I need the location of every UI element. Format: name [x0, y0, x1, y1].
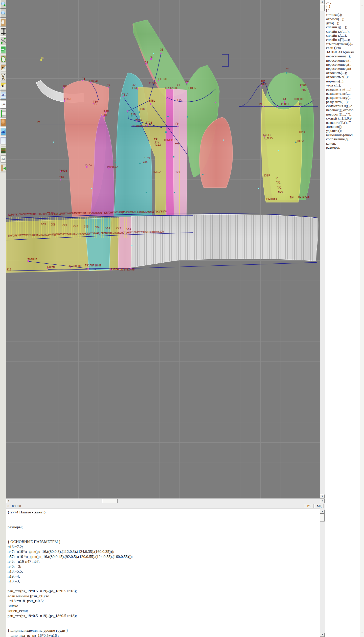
- point-marker: [108, 87, 109, 88]
- tool-books-button[interactable]: [0, 146, 6, 154]
- program-editor[interactable]: { 2774 Платье - жакет}размеры;{ ОСНОВНЫЕ…: [6, 509, 320, 637]
- scroll-left-button[interactable]: ◄: [6, 499, 10, 503]
- tool-table-chart-button[interactable]: [0, 109, 6, 118]
- command-item[interactable]: размеры;: [326, 146, 340, 149]
- command-item[interactable]: ломаная();: [326, 125, 342, 129]
- editor-line: иначе: [8, 604, 18, 608]
- command-item[interactable]: пересечение дн(: [326, 67, 351, 71]
- point-label: СК9: [41, 223, 46, 225]
- point-marker: [258, 188, 259, 189]
- scroll-right-button[interactable]: ►: [321, 499, 325, 503]
- status-coordinates: 0 Т0 т 0:0: [8, 504, 21, 508]
- editor-line: п45:= п16-п47-п57;: [8, 559, 40, 563]
- point-label: Т92ННП: [28, 258, 37, 261]
- command-item[interactable]: сплайн д(....);: [326, 25, 347, 29]
- command-item[interactable]: сплайн к(....);: [326, 34, 347, 37]
- command-item[interactable]: симметрия л((),с: [326, 104, 352, 108]
- command-item[interactable]: дуга(...);: [326, 21, 339, 25]
- command-item[interactable]: конец;: [326, 142, 336, 145]
- command-item[interactable]: угол к(..);: [326, 83, 341, 87]
- command-item[interactable]: разделить(....);: [326, 100, 349, 104]
- tool-text-list-button[interactable]: [0, 136, 6, 145]
- command-item[interactable]: развести((),(),,"": [326, 121, 351, 125]
- editor-scroll-down-button[interactable]: ▼: [320, 633, 325, 637]
- command-item[interactable]: поворот(()...,"");: [326, 112, 351, 116]
- tool-grid-button[interactable]: [0, 27, 6, 36]
- point-label: Т8ВН: [102, 110, 109, 112]
- command-item[interactable]: отрезок( . );: [326, 17, 344, 21]
- command-item[interactable]: сплайн кк(.....);: [326, 30, 350, 33]
- tool-measure-segment-button[interactable]: [0, 36, 6, 45]
- canvas-vertical-scrollbar[interactable]: ▲ ▼: [320, 0, 325, 498]
- command-item[interactable]: разделить кс(....: [326, 92, 351, 96]
- zoom-in-icon: [1, 1, 6, 8]
- command-item[interactable]: отложить в(..);: [326, 75, 349, 79]
- editor-line: рзн_т:=(рз_19*0.5+п19)-(рз_18*0.5+п18);: [8, 589, 77, 593]
- tool-alg-doc-button[interactable]: ALG: [0, 155, 6, 163]
- point-label: Т919Б92: [107, 166, 118, 168]
- command-item[interactable]: если () то: [326, 46, 341, 50]
- tool-pattern-outline-button[interactable]: [0, 55, 6, 63]
- command-item[interactable]: перенос((),отрезо: [326, 108, 353, 112]
- point-marker: [277, 106, 278, 107]
- tool-compass-tools-button[interactable]: [0, 73, 6, 81]
- command-item[interactable]: сплайн к∏(....);: [326, 38, 350, 42]
- point-marker: [173, 156, 174, 157]
- tool-exit-button[interactable]: [0, 164, 6, 172]
- command-item[interactable]: сопряжение д(...: [326, 137, 351, 141]
- point-label: Т11П: [122, 94, 128, 96]
- vertical-scroll-thumb[interactable]: [320, 4, 325, 11]
- editor-vertical-scrollbar[interactable]: ▲ ▼: [320, 509, 325, 637]
- canvas-horizontal-scrollbar[interactable]: ◄ ►: [6, 498, 325, 504]
- panel-scroll-up-icon[interactable]: ⌃: [361, 5, 363, 7]
- books-icon: [1, 147, 6, 153]
- command-item[interactable]: разделить ксу(...: [326, 96, 351, 100]
- command-item[interactable]: :=точка(.);: [326, 13, 342, 17]
- editor-scroll-thumb[interactable]: [320, 514, 325, 521]
- editor-line: п47:=п16*л_фнк(рз_16,((80,0.3),(112,0.3)…: [8, 550, 114, 554]
- tool-letter-m-button[interactable]: M: [0, 64, 6, 72]
- point-label: Т8: [104, 114, 107, 116]
- command-item[interactable]: сжать((),,,1.1,0.9,: [326, 117, 352, 120]
- command-item[interactable]: пересечение(..);: [326, 54, 351, 58]
- tool-drafting-sheet-button[interactable]: 8: [0, 91, 6, 100]
- command-item[interactable]: { }: [326, 5, 331, 8]
- command-item[interactable]: :=метка(точка(.)..: [326, 42, 353, 46]
- point-marker: [165, 131, 167, 133]
- pattern-canvas[interactable]: J0ТД1Т3Т30Б4ТТ7Т10БТТ50Т5Т8ВНТ8Г1З3З4З1Х…: [6, 0, 320, 498]
- command-item[interactable]: разделить н(.....): [326, 87, 351, 91]
- panel-scroll-down-icon[interactable]: ⌄: [361, 631, 363, 634]
- command-item[interactable]: := ;: [326, 1, 331, 4]
- command-item[interactable]: выполнить(dmod: [326, 133, 353, 137]
- tool-three-d-button[interactable]: 3D: [0, 127, 6, 136]
- tool-portrait-button[interactable]: [0, 118, 6, 127]
- tool-letter-g-button[interactable]: G: [0, 82, 6, 90]
- tool-zoom-in-button[interactable]: [0, 0, 6, 9]
- command-item[interactable]: удалить();: [326, 129, 342, 133]
- tool-i66-label-button[interactable]: i_66.: [0, 100, 6, 109]
- editor-line: рзн_т:=(рз_19*0.5+п19)-(рз_18*0.5+п18);: [8, 614, 77, 618]
- panel-scrollbar[interactable]: ⌃ ⌄: [360, 0, 364, 637]
- piece-palepink-strip[interactable]: [173, 89, 187, 217]
- command-item[interactable]: отложить(...);: [326, 71, 347, 75]
- command-item[interactable]: пересечение д(..: [326, 63, 351, 66]
- point-label: О1: [283, 98, 286, 101]
- horizontal-scroll-thumb[interactable]: [102, 499, 118, 503]
- scroll-down-button[interactable]: ▼: [320, 494, 325, 498]
- point-marker: [53, 142, 54, 143]
- point-label: Т1ТБЛ1: [158, 78, 168, 80]
- tool-zoom-out-button[interactable]: [0, 9, 6, 18]
- tool-pattern-sheet-button[interactable]: [0, 18, 6, 27]
- command-item[interactable]: [ ]: [326, 9, 329, 13]
- md-button[interactable]: Мд: [314, 504, 324, 508]
- piece-pink-strip[interactable]: [166, 89, 174, 216]
- command-item[interactable]: пересечение н(..: [326, 59, 351, 62]
- command-item[interactable]: нормаль(..);: [326, 79, 344, 83]
- rz-button[interactable]: Рз: [304, 504, 313, 508]
- scroll-up-button[interactable]: ▲: [320, 0, 325, 4]
- command-item[interactable]: ЗАПИСАТЬ(имя=: [326, 50, 354, 54]
- editor-scroll-up-button[interactable]: ▲: [320, 510, 325, 514]
- point-label: О2: [286, 68, 289, 71]
- point-marker: [174, 192, 175, 193]
- tool-map-image-button[interactable]: [0, 46, 6, 54]
